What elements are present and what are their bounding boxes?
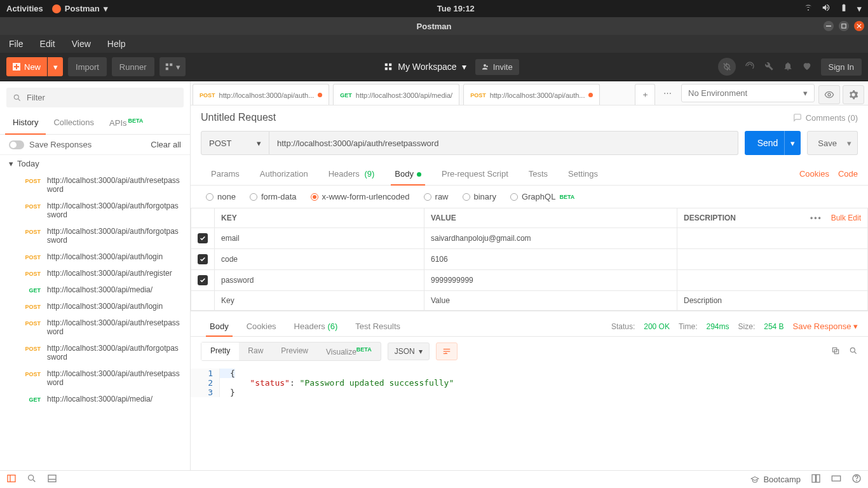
history-item[interactable]: POSThttp://localhost:3000/api/auth/login [0, 298, 190, 315]
row-value[interactable]: 9999999999 [424, 270, 677, 291]
history-item[interactable]: POSThttp://localhost:3000/api/auth/regis… [0, 265, 190, 281]
radio-raw[interactable]: raw [424, 192, 449, 201]
view-visualize[interactable]: VisualizeBETA [317, 342, 381, 360]
url-input[interactable] [269, 131, 738, 155]
clock[interactable]: Tue 19:12 [108, 4, 804, 13]
resp-tab-cookies[interactable]: Cookies [238, 316, 285, 336]
code-link[interactable]: Code [838, 169, 858, 179]
radio-formdata[interactable]: form-data [250, 192, 297, 201]
notifications-button[interactable] [783, 61, 793, 73]
signin-button[interactable]: Sign In [821, 58, 862, 76]
row-value[interactable]: 6106 [424, 249, 677, 270]
wifi-icon[interactable] [804, 3, 813, 14]
menu-help[interactable]: Help [104, 37, 130, 50]
copy-response-button[interactable] [831, 346, 840, 357]
search-response-button[interactable] [849, 346, 858, 357]
tab-collections[interactable]: Collections [46, 111, 102, 134]
new-tab-button[interactable]: ＋ [635, 84, 655, 105]
runner-button[interactable]: Runner [112, 57, 154, 76]
history-item[interactable]: POSThttp://localhost:3000/api/auth/reset… [0, 365, 190, 391]
bulk-edit-button[interactable]: Bulk Edit [831, 214, 861, 222]
row-checkbox[interactable] [198, 275, 208, 285]
layout-button[interactable] [811, 473, 821, 485]
settings-button[interactable] [764, 61, 774, 73]
subtab-auth[interactable]: Authorization [250, 163, 318, 185]
bulk-options-button[interactable]: ••• [810, 214, 822, 222]
environment-selector[interactable]: No Environment ▾ [681, 84, 815, 102]
resp-tab-test-results[interactable]: Test Results [346, 316, 409, 336]
sync-button[interactable] [718, 58, 736, 76]
history-item[interactable]: POSThttp://localhost:3000/api/auth/forgo… [0, 198, 190, 223]
sidebar-filter[interactable] [6, 88, 184, 107]
favorites-button[interactable] [802, 61, 812, 73]
key-placeholder[interactable]: Key [215, 291, 424, 311]
battery-icon[interactable] [839, 3, 848, 14]
radio-binary[interactable]: binary [463, 192, 496, 201]
resp-tab-headers[interactable]: Headers (6) [285, 316, 347, 336]
volume-icon[interactable] [822, 3, 831, 14]
table-row[interactable]: code6106 [191, 249, 868, 270]
save-dropdown[interactable]: ▾ [841, 131, 858, 155]
table-row[interactable]: password9999999999 [191, 270, 868, 291]
response-format-selector[interactable]: JSON ▾ [388, 342, 430, 360]
response-code[interactable]: 1{ 2 "status": "Password updated success… [191, 366, 868, 470]
subtab-body[interactable]: Body [384, 163, 431, 185]
wrap-text-button[interactable] [436, 342, 458, 360]
new-button[interactable]: New [6, 57, 47, 76]
tab-actions-button[interactable]: ⋯ [657, 81, 677, 105]
radio-urlencoded[interactable]: x-www-form-urlencoded [311, 192, 410, 201]
view-preview[interactable]: Preview [272, 342, 317, 360]
new-dropdown[interactable]: ▾ [48, 57, 63, 76]
row-key[interactable]: code [215, 249, 424, 270]
radio-graphql[interactable]: GraphQLBETA [510, 192, 574, 201]
request-tab[interactable]: POSThttp://localhost:3000/api/auth... [463, 84, 600, 105]
history-item[interactable]: GEThttp://localhost:3000/api/media/ [0, 391, 190, 407]
table-row[interactable]: emailsaivardhanpoloju@gmail.com [191, 228, 868, 249]
toggle-sidebar-button[interactable] [6, 473, 17, 485]
history-item[interactable]: POSThttp://localhost:3000/api/auth/reset… [0, 315, 190, 340]
keyboard-shortcuts-button[interactable] [831, 473, 841, 485]
radio-none[interactable]: none [206, 192, 236, 201]
find-button[interactable] [27, 473, 37, 485]
row-checkbox[interactable] [198, 233, 208, 243]
history-item[interactable]: GEThttp://localhost:3000/api/media/ [0, 281, 190, 298]
send-dropdown[interactable]: ▾ [784, 131, 801, 155]
save-responses-toggle[interactable] [9, 140, 24, 149]
tab-history[interactable]: History [5, 111, 46, 134]
subtab-headers[interactable]: Headers (9) [318, 163, 385, 185]
desc-placeholder[interactable]: Description [677, 291, 868, 311]
method-selector[interactable]: POST ▾ [201, 131, 269, 155]
row-desc[interactable] [677, 249, 868, 270]
row-desc[interactable] [677, 228, 868, 249]
save-response-button[interactable]: Save Response ▾ [793, 322, 858, 331]
active-app-menu[interactable]: Postman ▾ [52, 4, 108, 13]
activities-label[interactable]: Activities [6, 4, 43, 13]
view-raw[interactable]: Raw [239, 342, 272, 360]
bootcamp-button[interactable]: Bootcamp [750, 475, 801, 484]
row-value[interactable]: saivardhanpoloju@gmail.com [424, 228, 677, 249]
table-empty-row[interactable]: Key Value Description [191, 291, 868, 311]
comments-button[interactable]: Comments (0) [793, 113, 858, 123]
import-button[interactable]: Import [68, 57, 107, 76]
clear-all-button[interactable]: Clear all [151, 140, 181, 149]
view-pretty[interactable]: Pretty [201, 342, 239, 360]
row-checkbox[interactable] [198, 254, 208, 264]
value-placeholder[interactable]: Value [424, 291, 677, 311]
env-preview-button[interactable] [818, 85, 840, 104]
console-button[interactable] [47, 473, 57, 485]
subtab-params[interactable]: Params [201, 163, 250, 185]
sidebar-filter-input[interactable] [27, 93, 177, 102]
chevron-down-icon[interactable]: ▾ [857, 4, 862, 13]
subtab-prereq[interactable]: Pre-request Script [431, 163, 519, 185]
history-item[interactable]: POSThttp://localhost:3000/api/auth/reset… [0, 172, 190, 198]
invite-button[interactable]: Invite [475, 59, 519, 75]
workspace-selector[interactable]: My Workspace ▾ [384, 62, 466, 72]
menu-file[interactable]: File [5, 37, 27, 50]
env-manage-button[interactable] [843, 85, 864, 104]
cookies-link[interactable]: Cookies [799, 169, 829, 179]
menu-view[interactable]: View [68, 37, 95, 50]
maximize-button[interactable] [839, 21, 849, 31]
subtab-settings[interactable]: Settings [558, 163, 608, 185]
history-list[interactable]: ▾ Today POSThttp://localhost:3000/api/au… [0, 155, 190, 470]
subtab-tests[interactable]: Tests [519, 163, 558, 185]
